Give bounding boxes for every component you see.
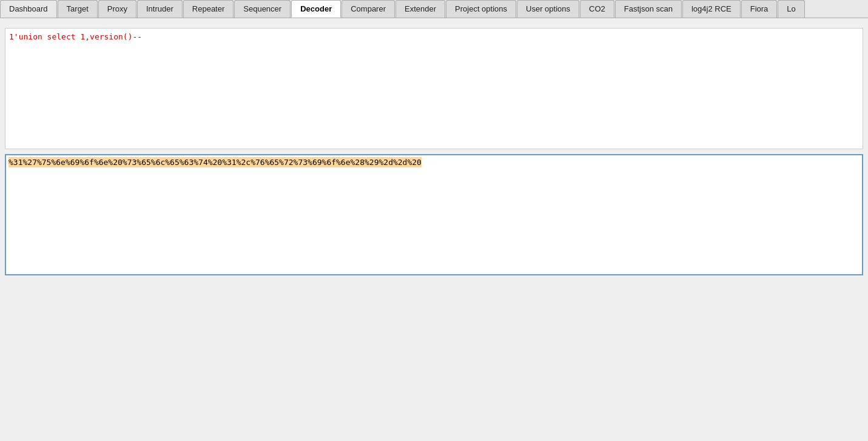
encoded-output-area[interactable]: %31%27%75%6e%69%6f%6e%20%73%65%6c%65%63%… [5,154,863,275]
tab-dashboard[interactable]: Dashboard [0,0,57,18]
input-text-area[interactable]: 1'union select 1,version()-- [5,28,863,149]
tab-extender[interactable]: Extender [395,0,445,18]
tab-decoder[interactable]: Decoder [291,0,341,18]
tab-sequencer[interactable]: Sequencer [234,0,291,18]
tab-intruder[interactable]: Intruder [137,0,183,18]
tab-fiora[interactable]: Fiora [741,0,778,18]
encoded-text: %31%27%75%6e%69%6f%6e%20%73%65%6c%65%63%… [8,157,422,167]
input-text: 1'union select 1,version()-- [9,32,142,41]
tab-co2[interactable]: CO2 [580,0,614,18]
tab-user-options[interactable]: User options [517,0,579,18]
tab-log4j2-rce[interactable]: log4j2 RCE [682,0,741,18]
tab-proxy[interactable]: Proxy [98,0,136,18]
tab-bar: DashboardTargetProxyIntruderRepeaterSequ… [0,0,868,18]
tab-lo[interactable]: Lo [778,0,804,18]
tab-fastjson-scan[interactable]: Fastjson scan [615,0,682,18]
tab-target[interactable]: Target [58,0,98,18]
tab-comparer[interactable]: Comparer [341,0,395,18]
tab-repeater[interactable]: Repeater [183,0,234,18]
main-content: 1'union select 1,version()-- %31%27%75%6… [0,18,868,280]
tab-project-options[interactable]: Project options [446,0,516,18]
